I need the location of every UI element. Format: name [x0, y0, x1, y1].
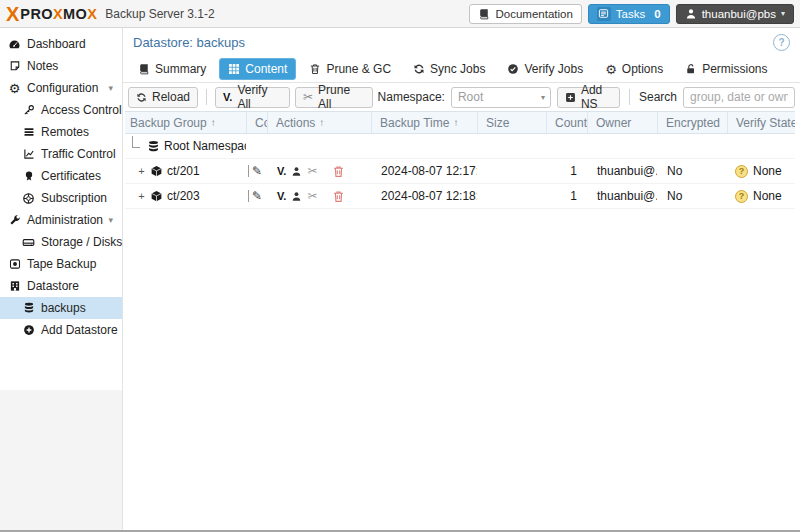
tab-label: Sync Jobs: [430, 62, 485, 76]
plus-circle-icon: [22, 324, 35, 336]
column-header-backup-time[interactable]: Backup Time↑: [371, 112, 477, 133]
documentation-button[interactable]: Documentation: [469, 4, 581, 24]
owner-cell: thuanbui@...: [587, 159, 657, 183]
chevron-down-icon[interactable]: ▾: [108, 83, 113, 93]
count-cell: 1: [546, 159, 587, 183]
proxmox-logo: X PROXMOX: [6, 4, 97, 24]
chevron-down-icon[interactable]: ▾: [108, 215, 113, 225]
sidebar-item-label: Storage / Disks: [41, 235, 122, 249]
trash-icon: [309, 63, 321, 75]
verify-all-button[interactable]: V. Verify All: [215, 87, 290, 108]
tab-label: Verify Jobs: [524, 62, 583, 76]
tab-summary[interactable]: Summary: [129, 58, 215, 80]
database-icon: [22, 302, 35, 314]
gear-icon: ⚙: [605, 63, 617, 76]
column-header-verify-state[interactable]: Verify State: [727, 112, 795, 133]
table-row-ct-201[interactable]: + ct/201 ✎ V.: [125, 159, 795, 184]
sidebar-item-configuration[interactable]: ⚙ Configuration ▾: [0, 77, 122, 99]
sidebar-item-storage-disks[interactable]: Storage / Disks: [0, 231, 122, 253]
namespace-input[interactable]: [452, 90, 541, 104]
tab-label: Content: [245, 62, 287, 76]
sidebar-item-notes[interactable]: Notes: [0, 55, 122, 77]
size-cell: [477, 159, 546, 183]
sidebar-item-remotes[interactable]: Remotes: [0, 121, 122, 143]
key-icon: [22, 104, 35, 116]
sidebar-item-tape-backup[interactable]: Tape Backup: [0, 253, 122, 275]
forget-trash-icon[interactable]: [332, 190, 345, 203]
sidebar-item-subscription[interactable]: Subscription: [0, 187, 122, 209]
tree-elbow: [132, 136, 140, 148]
check-circle-icon: [507, 63, 519, 75]
sidebar-item-access-control[interactable]: Access Control: [0, 99, 122, 121]
sidebar-item-traffic-control[interactable]: Traffic Control: [0, 143, 122, 165]
comment-caret: [248, 190, 249, 202]
column-header-comment[interactable]: Comment: [246, 112, 267, 133]
page-title: Datastore: backups: [133, 35, 245, 50]
prune-all-button[interactable]: ✂ Prune All: [295, 87, 373, 108]
edit-comment-icon[interactable]: ✎: [252, 165, 262, 177]
tab-sync-jobs[interactable]: Sync Jobs: [404, 58, 494, 80]
add-ns-button[interactable]: Add NS: [557, 87, 620, 108]
column-header-count[interactable]: Count: [546, 112, 587, 133]
question-circle-icon: ?: [735, 165, 748, 178]
sidebar-nav: Dashboard Notes ⚙ Configuration ▾: [0, 28, 123, 530]
certificate-icon: [22, 170, 35, 182]
sidebar-item-administration[interactable]: Administration ▾: [0, 209, 122, 231]
wrench-icon: [8, 214, 21, 226]
toolbar-right-group: Namespace: ▾ Add NS Search: [378, 87, 795, 108]
namespace-label: Namespace:: [378, 90, 445, 104]
backup-group-label: ct/201: [167, 164, 200, 178]
tree-expander-icon[interactable]: +: [137, 190, 146, 202]
column-header-actions[interactable]: Actions↑: [267, 112, 371, 133]
forget-trash-icon[interactable]: [332, 165, 345, 178]
chevron-down-icon[interactable]: ▾: [541, 93, 550, 102]
unlock-icon: [685, 63, 697, 75]
sidebar-item-add-datastore[interactable]: Add Datastore: [0, 319, 122, 341]
verify-action-icon[interactable]: V.: [277, 165, 286, 177]
table-header-row: Backup Group↑ Comment Actions↑ Backup Ti…: [125, 111, 795, 134]
proxmox-logo-text: PROXMOX: [20, 6, 97, 22]
tab-options[interactable]: ⚙ Options: [596, 58, 672, 80]
column-header-size[interactable]: Size: [477, 112, 546, 133]
prune-action-icon[interactable]: ✂: [307, 165, 317, 177]
sidebar-item-label: Notes: [27, 59, 58, 73]
change-owner-icon[interactable]: [291, 191, 302, 202]
sidebar-item-certificates[interactable]: Certificates: [0, 165, 122, 187]
tree-expander-icon[interactable]: +: [137, 165, 146, 177]
sidebar-filler: [0, 390, 122, 530]
prune-action-icon[interactable]: ✂: [307, 190, 317, 202]
table-row-root-namespace[interactable]: Root Namespace: [125, 134, 795, 159]
help-icon[interactable]: ?: [773, 34, 790, 51]
sort-asc-icon: ↑: [319, 117, 324, 128]
chart-icon: [22, 148, 35, 160]
app-window: X PROXMOX Backup Server 3.1-2 Documentat…: [0, 0, 800, 532]
tasks-button[interactable]: Tasks 0: [588, 4, 670, 24]
column-header-backup-group[interactable]: Backup Group↑: [125, 112, 246, 133]
column-header-owner[interactable]: Owner: [587, 112, 657, 133]
sidebar-item-label: Dashboard: [27, 37, 86, 51]
main-panel: Datastore: backups ? Summary Content: [123, 28, 800, 530]
user-menu-button[interactable]: thuanbui@pbs ▾: [676, 4, 794, 24]
namespace-combobox[interactable]: ▾: [451, 87, 551, 108]
topbar-actions: Documentation Tasks 0 thuanbui@pbs ▾: [469, 4, 794, 24]
sidebar-item-label: Remotes: [41, 125, 89, 139]
table-row-ct-203[interactable]: + ct/203 ✎ V.: [125, 184, 795, 209]
sidebar-item-backups[interactable]: backups: [0, 297, 122, 319]
change-owner-icon[interactable]: [291, 166, 302, 177]
refresh-icon: [136, 92, 147, 103]
tab-prune-gc[interactable]: Prune & GC: [300, 58, 400, 80]
sidebar-item-datastore[interactable]: Datastore: [0, 275, 122, 297]
tab-permissions[interactable]: Permissions: [676, 58, 776, 80]
owner-cell: thuanbui@...: [587, 184, 657, 208]
edit-comment-icon[interactable]: ✎: [252, 190, 262, 202]
verify-action-icon[interactable]: V.: [277, 190, 286, 202]
reload-button[interactable]: Reload: [128, 87, 198, 108]
column-header-encrypted[interactable]: Encrypted: [657, 112, 727, 133]
search-input[interactable]: [683, 87, 795, 108]
question-circle-icon: ?: [735, 190, 748, 203]
verify-state-label: None: [753, 189, 782, 203]
tab-verify-jobs[interactable]: Verify Jobs: [498, 58, 592, 80]
tasks-count-badge: 0: [654, 8, 660, 20]
sidebar-item-dashboard[interactable]: Dashboard: [0, 33, 122, 55]
tab-content[interactable]: Content: [219, 58, 296, 80]
